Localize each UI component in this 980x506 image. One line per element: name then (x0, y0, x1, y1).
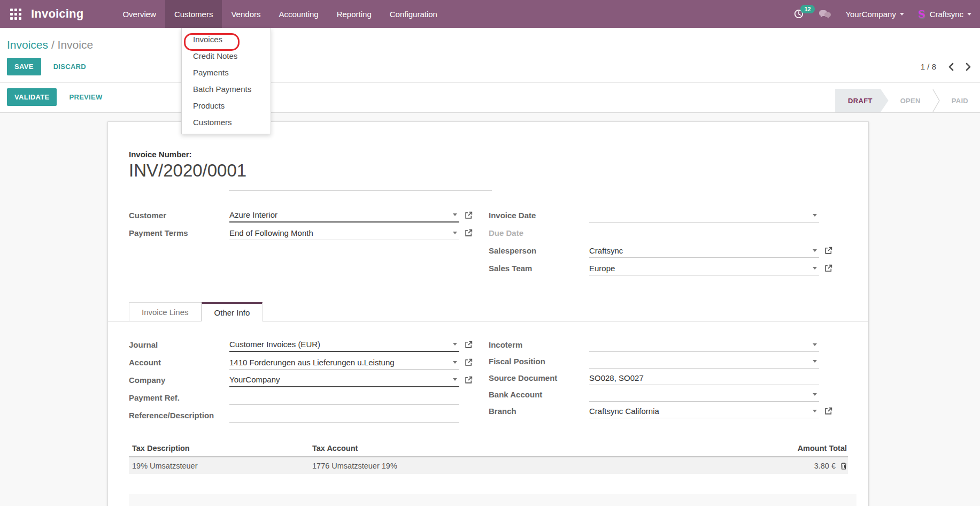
control-panel: Invoices / Invoice SAVE DISCARD 1 / 8 VA… (0, 28, 980, 113)
journal-open-record-icon[interactable] (465, 341, 473, 349)
account-label: Account (129, 358, 229, 367)
caret-down-icon[interactable] (813, 343, 817, 346)
account-input[interactable]: 1410 Forderungen aus Lieferungen u.Leist… (229, 356, 459, 370)
account-value: 1410 Forderungen aus Lieferungen u.Leist… (229, 358, 395, 367)
invoice-date-input[interactable] (589, 209, 819, 223)
sales-team-open-record-icon[interactable] (824, 264, 832, 272)
statusbar: DRAFT OPEN PAID (835, 89, 980, 112)
payment-terms-label: Payment Terms (129, 228, 229, 237)
activity-clock-button[interactable]: 12 (794, 9, 805, 19)
field-sales-team: Sales Team Europe (489, 259, 842, 277)
status-draft[interactable]: DRAFT (835, 89, 889, 112)
dropdown-item-products[interactable]: Products (182, 97, 271, 114)
dropdown-item-batch-payments[interactable]: Batch Payments (182, 81, 271, 97)
messages-button[interactable] (819, 9, 831, 19)
main-menu: Overview Customers Vendors Accounting Re… (113, 0, 446, 28)
tab-invoice-lines[interactable]: Invoice Lines (129, 302, 202, 321)
company-value: YourCompany (229, 375, 280, 384)
next-section-strip (129, 494, 856, 506)
caret-down-icon[interactable] (813, 393, 817, 396)
breadcrumb: Invoices / Invoice (0, 28, 980, 53)
source-document-label: Source Document (489, 373, 589, 382)
branch-input[interactable]: Craftsync California (589, 404, 819, 418)
other-info-left-fields: Journal Customer Invoices (EUR) Account … (129, 336, 479, 424)
caret-down-icon[interactable] (813, 360, 817, 363)
dropdown-item-customers[interactable]: Customers (182, 114, 271, 131)
field-bank-account: Bank Account (489, 386, 842, 403)
top-left-fields: Customer Azure Interior Payment Terms En… (129, 206, 479, 242)
pager-next-button[interactable] (966, 63, 971, 71)
apps-menu-button[interactable] (0, 0, 31, 28)
status-open[interactable]: OPEN (889, 89, 932, 112)
dropdown-item-payments[interactable]: Payments (182, 64, 271, 81)
source-document-value: SO028, SO027 (589, 373, 644, 382)
caret-down-icon[interactable] (453, 343, 457, 346)
company-switcher[interactable]: YourCompany (845, 10, 904, 19)
caret-down-icon[interactable] (813, 249, 817, 252)
reference-description-label: Reference/Description (129, 411, 229, 420)
top-right-fields: Invoice Date Due Date Salesperson Crafts… (489, 206, 842, 277)
journal-input[interactable]: Customer Invoices (EUR) (229, 338, 459, 352)
pager-previous-button[interactable] (948, 63, 954, 71)
caret-down-icon[interactable] (813, 410, 817, 412)
reference-description-input[interactable] (229, 409, 459, 423)
dropdown-item-credit-notes[interactable]: Credit Notes (182, 48, 271, 64)
customers-dropdown-menu: Invoices Credit Notes Payments Batch Pay… (181, 28, 271, 134)
breadcrumb-separator: / (48, 39, 58, 51)
app-title[interactable]: Invoicing (31, 0, 113, 28)
salesperson-input[interactable]: Craftsync (589, 244, 819, 258)
menu-configuration[interactable]: Configuration (381, 0, 446, 28)
caret-down-icon[interactable] (453, 232, 457, 234)
menu-vendors[interactable]: Vendors (222, 0, 269, 28)
payment-ref-input[interactable] (229, 391, 459, 405)
sales-team-value: Europe (589, 264, 615, 273)
branch-value: Craftsync California (589, 407, 659, 416)
fiscal-position-input[interactable] (589, 355, 819, 369)
menu-accounting[interactable]: Accounting (269, 0, 327, 28)
status-paid[interactable]: PAID (940, 89, 980, 112)
menu-customers[interactable]: Customers (165, 0, 222, 28)
invoice-form-sheet: Invoice Number: INV/2020/0001 Customer A… (107, 121, 869, 506)
company-input[interactable]: YourCompany (229, 373, 459, 387)
menu-reporting[interactable]: Reporting (328, 0, 381, 28)
payment-terms-open-record-icon[interactable] (465, 229, 473, 237)
tax-table-row[interactable]: 19% Umsatzsteuer 1776 Umsatzsteuer 19% 3… (129, 457, 848, 474)
customer-open-record-icon[interactable] (465, 211, 473, 219)
validate-button[interactable]: VALIDATE (7, 88, 57, 106)
tab-other-info[interactable]: Other Info (202, 302, 263, 321)
caret-down-icon[interactable] (813, 267, 817, 270)
field-incoterm: Incoterm (489, 336, 842, 353)
discard-button[interactable]: DISCARD (46, 58, 94, 75)
incoterm-input[interactable] (589, 338, 819, 352)
caret-down-icon[interactable] (813, 214, 817, 217)
save-button[interactable]: SAVE (7, 58, 41, 75)
avatar: S (918, 8, 925, 20)
tax-lines-table: Tax Description Tax Account Amount Total… (129, 444, 848, 474)
sales-team-input[interactable]: Europe (589, 262, 819, 275)
customer-input[interactable]: Azure Interior (229, 209, 459, 223)
branch-open-record-icon[interactable] (824, 407, 832, 415)
menu-overview[interactable]: Overview (113, 0, 165, 28)
caret-down-icon[interactable] (453, 361, 457, 364)
customer-label: Customer (129, 211, 229, 220)
field-source-document: Source Document SO028, SO027 (489, 370, 842, 386)
amount-total-cell: 3.80 € (814, 462, 836, 470)
invoice-number-value[interactable]: INV/2020/0001 (129, 160, 246, 181)
company-open-record-icon[interactable] (465, 376, 473, 384)
bank-account-input[interactable] (589, 388, 819, 402)
source-document-input[interactable]: SO028, SO027 (589, 371, 819, 385)
invoice-date-label: Invoice Date (489, 211, 589, 220)
caret-down-icon[interactable] (453, 378, 457, 381)
payment-terms-input[interactable]: End of Following Month (229, 226, 459, 240)
breadcrumb-invoices-link[interactable]: Invoices (7, 39, 48, 51)
tax-account-header: Tax Account (312, 444, 733, 453)
salesperson-open-record-icon[interactable] (824, 247, 832, 255)
caret-down-icon[interactable] (453, 213, 457, 216)
due-date-label: Due Date (489, 228, 589, 237)
user-menu[interactable]: S Craftsync (918, 8, 971, 20)
account-open-record-icon[interactable] (465, 358, 473, 366)
delete-row-button[interactable] (840, 462, 847, 470)
dropdown-item-invoices[interactable]: Invoices (182, 31, 271, 48)
preview-button[interactable]: PREVIEW (61, 88, 110, 106)
apps-grid-icon (10, 9, 21, 20)
